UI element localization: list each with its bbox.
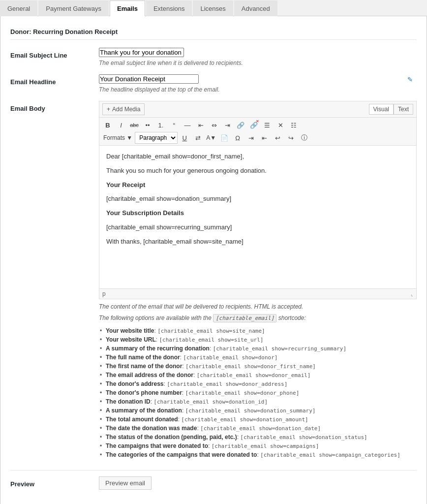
shortcode-list-item: The total amount donated: [charitable_em…: [99, 416, 417, 423]
email-headline-input[interactable]: [99, 74, 199, 84]
add-media-label: Add Media: [112, 106, 140, 113]
toolbar-row-2: Formats ▼ Paragraph Heading 1 Heading 2 …: [101, 132, 414, 144]
shortcode-list-item: A summary of the recurring donation: [ch…: [99, 345, 417, 352]
formats-dropdown[interactable]: Formats ▼: [101, 132, 134, 144]
preview-label: Preview: [10, 476, 99, 488]
email-subject-description: The email subject line when it is delive…: [99, 60, 417, 66]
editor-toolbar: B I abc •• 1. “ — ⇤ ⇔ ⇥ 🔗 🔗✕ ☰: [99, 118, 416, 146]
tab-general[interactable]: General: [0, 0, 37, 16]
editor-footer: p ⌞: [99, 288, 416, 299]
plus-icon: +: [107, 106, 110, 113]
editor-top-bar: + Add Media Visual Text: [99, 101, 416, 118]
view-text-button[interactable]: Text: [394, 104, 413, 115]
undo-button[interactable]: ↩: [271, 132, 284, 144]
shortcode-list-item: The full name of the donor: [charitable_…: [99, 354, 417, 361]
email-line-2: Thank you so much for your generous ongo…: [106, 166, 409, 176]
editor-content-area[interactable]: Dear [charitable_email show=donor_first_…: [99, 146, 416, 288]
tab-payment-gateways[interactable]: Payment Gateways: [38, 0, 109, 16]
email-body-field: + Add Media Visual Text B I abc: [99, 101, 417, 460]
shortcode-list-item: The first name of the donor: [charitable…: [99, 363, 417, 370]
align-center-button[interactable]: ⇔: [208, 119, 220, 131]
email-subject-field: The email subject line when it is delive…: [99, 48, 417, 66]
clear-formatting-button[interactable]: Ω: [231, 132, 244, 144]
section-title: Donor: Recurring Donation Receipt: [10, 24, 417, 40]
shortcode-list-item: The email address of the donor: [charita…: [99, 372, 417, 378]
editor-container: + Add Media Visual Text B I abc: [99, 101, 417, 299]
view-visual-button[interactable]: Visual: [369, 104, 394, 115]
email-headline-label: Email Headline: [10, 74, 99, 86]
italic-button[interactable]: I: [115, 119, 127, 131]
add-media-button[interactable]: + Add Media: [102, 103, 145, 115]
paste-as-text-button[interactable]: 📄: [218, 132, 231, 144]
tab-extensions[interactable]: Extensions: [146, 0, 192, 16]
tab-advanced[interactable]: Advanced: [234, 0, 277, 16]
email-headline-field: ✎ The headline displayed at the top of t…: [99, 74, 417, 93]
justify-button[interactable]: ⇄: [191, 132, 204, 144]
underline-button[interactable]: U: [178, 132, 191, 144]
strikethrough-button[interactable]: abc: [128, 119, 141, 131]
email-subject-label: Email Subject Line: [10, 48, 99, 59]
resize-handle[interactable]: ⌞: [411, 291, 413, 297]
editor-description-2: The following options are available with…: [99, 314, 417, 322]
preview-row: Preview Preview email: [10, 476, 417, 492]
shortcode-list-item: Your website URL: [charitable_email show…: [99, 336, 417, 343]
description-2-text: The following options are available with…: [99, 315, 212, 321]
headline-wrapper: ✎: [99, 74, 417, 84]
email-line-6: [charitable_email show=recurring_summary…: [106, 222, 409, 233]
shortcode-list-item: A summary of the donation: [charitable_e…: [99, 407, 417, 414]
email-body-label: Email Body: [10, 101, 99, 112]
ordered-list-button[interactable]: 1.: [154, 119, 167, 131]
shortcode-badge: [charitable_email]: [213, 314, 276, 322]
email-line-3: Your Receipt: [106, 180, 409, 190]
shortcode-list-item: Your website title: [charitable_email sh…: [99, 327, 417, 334]
preview-email-button[interactable]: Preview email: [99, 476, 152, 490]
email-subject-row: Email Subject Line The email subject lin…: [10, 48, 417, 66]
align-right-button[interactable]: ⇥: [221, 119, 234, 131]
align-left-button[interactable]: ⇤: [194, 119, 207, 131]
blockquote-button[interactable]: “: [168, 119, 181, 131]
show-toolbar-button[interactable]: ☷: [287, 119, 300, 131]
insert-readmore-button[interactable]: ☰: [261, 119, 274, 131]
redo-button[interactable]: ↪: [284, 132, 297, 144]
unordered-list-button[interactable]: ••: [141, 119, 154, 131]
email-line-5: Your Subscription Details: [106, 208, 409, 219]
editor-path: p: [102, 290, 106, 297]
preview-field: Preview email: [99, 476, 417, 490]
email-subject-input[interactable]: [99, 48, 184, 57]
shortcode-list-item: The categories of the campaigns that wer…: [99, 451, 417, 458]
paragraph-select[interactable]: Paragraph Heading 1 Heading 2: [135, 132, 178, 144]
shortcode-list-item: The donor's address: [charitable_email s…: [99, 380, 417, 387]
shortcode-list-item: The date the donation was made: [charita…: [99, 425, 417, 432]
shortcode-list: Your website title: [charitable_email sh…: [99, 327, 417, 458]
outdent-button[interactable]: ⇤: [258, 132, 271, 144]
view-tabs: Visual Text: [369, 104, 413, 115]
insert-link-button[interactable]: 🔗: [234, 119, 247, 131]
edit-icon[interactable]: ✎: [407, 75, 413, 83]
nav-tabs: General Payment Gateways Emails Extensio…: [0, 0, 427, 16]
save-section: Save Changes: [10, 502, 417, 504]
preview-section: Preview Preview email: [10, 470, 417, 492]
indent-button[interactable]: ⇥: [244, 132, 257, 144]
bold-button[interactable]: B: [101, 119, 114, 131]
editor-description-1: The content of the email that will be de…: [99, 303, 417, 310]
fullscreen-button[interactable]: ✕: [274, 119, 287, 131]
shortcode-list-item: The donation ID: [charitable_email show=…: [99, 398, 417, 405]
text-color-button[interactable]: A▼: [205, 132, 217, 144]
help-button[interactable]: ⓘ: [298, 132, 310, 144]
email-headline-description: The headline displayed at the top of the…: [99, 86, 417, 93]
email-line-7: With thanks, [charitable_email show=site…: [106, 237, 409, 247]
email-headline-row: Email Headline ✎ The headline displayed …: [10, 74, 417, 93]
toolbar-row-1: B I abc •• 1. “ — ⇤ ⇔ ⇥ 🔗 🔗✕ ☰: [101, 119, 414, 131]
remove-link-button[interactable]: 🔗✕: [247, 119, 260, 131]
shortcode-list-item: The status of the donation (pending, pai…: [99, 434, 417, 441]
horizontal-rule-button[interactable]: —: [181, 119, 194, 131]
shortcode-list-item: The campaigns that were donated to: [cha…: [99, 442, 417, 449]
email-line-4: [charitable_email show=donation_summary]: [106, 194, 409, 204]
tab-licenses[interactable]: Licenses: [193, 0, 233, 16]
shortcode-list-item: The donor's phone number: [charitable_em…: [99, 389, 417, 396]
email-body-row: Email Body + Add Media Visual Text: [10, 101, 417, 460]
tab-emails[interactable]: Emails: [110, 0, 145, 16]
email-line-1: Dear [charitable_email show=donor_first_…: [106, 152, 409, 162]
description-2-end: shortcode:: [278, 315, 306, 321]
